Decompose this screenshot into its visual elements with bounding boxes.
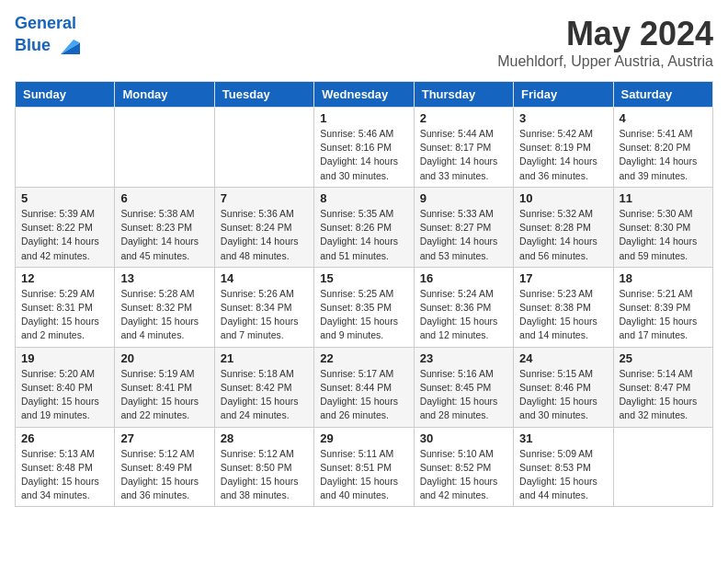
day-info: Sunrise: 5:12 AM Sunset: 8:49 PM Dayligh…: [120, 447, 208, 503]
day-info: Sunrise: 5:42 AM Sunset: 8:19 PM Dayligh…: [519, 127, 607, 183]
day-number: 22: [320, 351, 407, 365]
day-number: 25: [620, 351, 707, 365]
day-info: Sunrise: 5:13 AM Sunset: 8:48 PM Dayligh…: [21, 447, 108, 503]
day-number: 5: [21, 191, 108, 205]
week-row-3: 12Sunrise: 5:29 AM Sunset: 8:31 PM Dayli…: [16, 267, 713, 347]
day-number: 6: [120, 191, 208, 205]
day-number: 9: [420, 191, 507, 205]
day-info: Sunrise: 5:39 AM Sunset: 8:22 PM Dayligh…: [21, 207, 108, 263]
day-info: Sunrise: 5:19 AM Sunset: 8:41 PM Dayligh…: [120, 367, 208, 423]
day-number: 29: [320, 431, 407, 445]
day-info: Sunrise: 5:20 AM Sunset: 8:40 PM Dayligh…: [21, 367, 108, 423]
day-number: 17: [519, 271, 607, 285]
day-number: 16: [420, 271, 507, 285]
calendar-cell: 25Sunrise: 5:14 AM Sunset: 8:47 PM Dayli…: [613, 347, 712, 427]
calendar-cell: 7Sunrise: 5:36 AM Sunset: 8:24 PM Daylig…: [214, 187, 313, 267]
calendar-cell: 11Sunrise: 5:30 AM Sunset: 8:30 PM Dayli…: [613, 187, 712, 267]
logo-icon: [54, 33, 80, 59]
calendar-cell: 6Sunrise: 5:38 AM Sunset: 8:23 PM Daylig…: [115, 187, 214, 267]
title-area: May 2024 Muehldorf, Upper Austria, Austr…: [497, 15, 713, 70]
calendar-cell: 23Sunrise: 5:16 AM Sunset: 8:45 PM Dayli…: [414, 347, 513, 427]
weekday-header-saturday: Saturday: [613, 82, 712, 108]
weekday-header-row: SundayMondayTuesdayWednesdayThursdayFrid…: [16, 82, 713, 108]
logo: General Blue: [15, 15, 80, 59]
day-number: 13: [120, 271, 208, 285]
weekday-header-friday: Friday: [514, 82, 613, 108]
week-row-1: 1Sunrise: 5:46 AM Sunset: 8:16 PM Daylig…: [16, 108, 713, 188]
day-info: Sunrise: 5:11 AM Sunset: 8:51 PM Dayligh…: [320, 447, 407, 503]
day-info: Sunrise: 5:12 AM Sunset: 8:50 PM Dayligh…: [221, 447, 308, 503]
day-info: Sunrise: 5:38 AM Sunset: 8:23 PM Dayligh…: [120, 207, 208, 263]
calendar-cell: 12Sunrise: 5:29 AM Sunset: 8:31 PM Dayli…: [16, 267, 115, 347]
calendar-cell: 14Sunrise: 5:26 AM Sunset: 8:34 PM Dayli…: [214, 267, 313, 347]
day-number: 24: [519, 351, 607, 365]
day-info: Sunrise: 5:32 AM Sunset: 8:28 PM Dayligh…: [519, 207, 607, 263]
calendar-cell: 20Sunrise: 5:19 AM Sunset: 8:41 PM Dayli…: [115, 347, 214, 427]
day-info: Sunrise: 5:44 AM Sunset: 8:17 PM Dayligh…: [420, 127, 507, 183]
day-info: Sunrise: 5:33 AM Sunset: 8:27 PM Dayligh…: [420, 207, 507, 263]
day-number: 28: [221, 431, 308, 445]
day-info: Sunrise: 5:16 AM Sunset: 8:45 PM Dayligh…: [420, 367, 507, 423]
day-number: 12: [21, 271, 108, 285]
calendar-cell: 29Sunrise: 5:11 AM Sunset: 8:51 PM Dayli…: [314, 427, 414, 507]
calendar-cell: 9Sunrise: 5:33 AM Sunset: 8:27 PM Daylig…: [414, 187, 513, 267]
calendar-cell: 22Sunrise: 5:17 AM Sunset: 8:44 PM Dayli…: [314, 347, 414, 427]
calendar-subtitle: Muehldorf, Upper Austria, Austria: [497, 53, 713, 70]
calendar-cell: 26Sunrise: 5:13 AM Sunset: 8:48 PM Dayli…: [16, 427, 115, 507]
calendar-cell: 1Sunrise: 5:46 AM Sunset: 8:16 PM Daylig…: [314, 108, 414, 188]
day-number: 30: [420, 431, 507, 445]
day-number: 8: [320, 191, 407, 205]
calendar-cell: 4Sunrise: 5:41 AM Sunset: 8:20 PM Daylig…: [613, 108, 712, 188]
calendar-cell: 15Sunrise: 5:25 AM Sunset: 8:35 PM Dayli…: [314, 267, 414, 347]
calendar-cell: 16Sunrise: 5:24 AM Sunset: 8:36 PM Dayli…: [414, 267, 513, 347]
weekday-header-tuesday: Tuesday: [214, 82, 313, 108]
day-info: Sunrise: 5:28 AM Sunset: 8:32 PM Dayligh…: [120, 287, 208, 343]
logo-blue-text: Blue: [15, 37, 51, 55]
calendar-cell: 10Sunrise: 5:32 AM Sunset: 8:28 PM Dayli…: [514, 187, 613, 267]
day-number: 3: [519, 111, 607, 125]
calendar-cell: 17Sunrise: 5:23 AM Sunset: 8:38 PM Dayli…: [514, 267, 613, 347]
calendar-cell: 8Sunrise: 5:35 AM Sunset: 8:26 PM Daylig…: [314, 187, 414, 267]
day-info: Sunrise: 5:18 AM Sunset: 8:42 PM Dayligh…: [221, 367, 308, 423]
week-row-5: 26Sunrise: 5:13 AM Sunset: 8:48 PM Dayli…: [16, 427, 713, 507]
day-number: 26: [21, 431, 108, 445]
day-number: 18: [620, 271, 707, 285]
calendar-cell: 18Sunrise: 5:21 AM Sunset: 8:39 PM Dayli…: [613, 267, 712, 347]
day-number: 19: [21, 351, 108, 365]
day-number: 4: [620, 111, 707, 125]
calendar-cell: 28Sunrise: 5:12 AM Sunset: 8:50 PM Dayli…: [214, 427, 313, 507]
day-info: Sunrise: 5:14 AM Sunset: 8:47 PM Dayligh…: [620, 367, 707, 423]
day-number: 2: [420, 111, 507, 125]
calendar-cell: [214, 108, 313, 188]
calendar-cell: [613, 427, 712, 507]
day-number: 15: [320, 271, 407, 285]
weekday-header-wednesday: Wednesday: [314, 82, 414, 108]
day-info: Sunrise: 5:09 AM Sunset: 8:53 PM Dayligh…: [519, 447, 607, 503]
day-number: 10: [519, 191, 607, 205]
week-row-4: 19Sunrise: 5:20 AM Sunset: 8:40 PM Dayli…: [16, 347, 713, 427]
calendar-cell: [16, 108, 115, 188]
day-info: Sunrise: 5:25 AM Sunset: 8:35 PM Dayligh…: [320, 287, 407, 343]
day-number: 23: [420, 351, 507, 365]
calendar-cell: 19Sunrise: 5:20 AM Sunset: 8:40 PM Dayli…: [16, 347, 115, 427]
calendar-cell: 3Sunrise: 5:42 AM Sunset: 8:19 PM Daylig…: [514, 108, 613, 188]
day-info: Sunrise: 5:21 AM Sunset: 8:39 PM Dayligh…: [620, 287, 707, 343]
day-info: Sunrise: 5:36 AM Sunset: 8:24 PM Dayligh…: [221, 207, 308, 263]
day-info: Sunrise: 5:10 AM Sunset: 8:52 PM Dayligh…: [420, 447, 507, 503]
day-number: 20: [120, 351, 208, 365]
calendar-cell: 2Sunrise: 5:44 AM Sunset: 8:17 PM Daylig…: [414, 108, 513, 188]
day-info: Sunrise: 5:17 AM Sunset: 8:44 PM Dayligh…: [320, 367, 407, 423]
weekday-header-monday: Monday: [115, 82, 214, 108]
calendar-title: May 2024: [497, 15, 713, 53]
day-info: Sunrise: 5:30 AM Sunset: 8:30 PM Dayligh…: [620, 207, 707, 263]
day-info: Sunrise: 5:15 AM Sunset: 8:46 PM Dayligh…: [519, 367, 607, 423]
day-info: Sunrise: 5:46 AM Sunset: 8:16 PM Dayligh…: [320, 127, 407, 183]
day-info: Sunrise: 5:41 AM Sunset: 8:20 PM Dayligh…: [620, 127, 707, 183]
logo-text: General: [15, 15, 80, 33]
week-row-2: 5Sunrise: 5:39 AM Sunset: 8:22 PM Daylig…: [16, 187, 713, 267]
day-number: 21: [221, 351, 308, 365]
calendar-table: SundayMondayTuesdayWednesdayThursdayFrid…: [15, 81, 713, 507]
calendar-cell: 13Sunrise: 5:28 AM Sunset: 8:32 PM Dayli…: [115, 267, 214, 347]
weekday-header-sunday: Sunday: [16, 82, 115, 108]
weekday-header-thursday: Thursday: [414, 82, 513, 108]
